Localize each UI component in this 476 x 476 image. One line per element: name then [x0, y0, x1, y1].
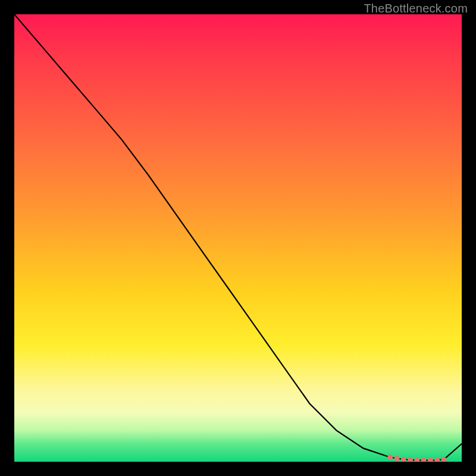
plot-gradient-background — [14, 14, 462, 462]
chart-surface: TheBottleneck.com — [0, 0, 476, 476]
attribution-watermark: TheBottleneck.com — [364, 2, 468, 15]
